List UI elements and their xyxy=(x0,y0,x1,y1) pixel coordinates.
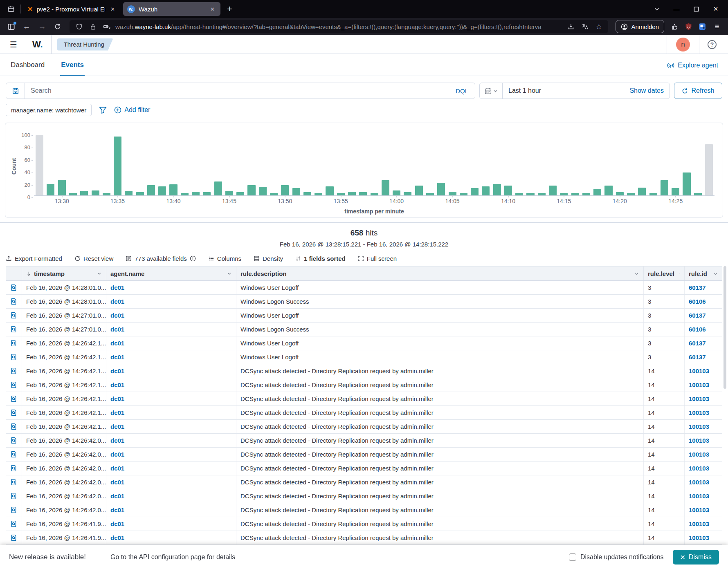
header-rule-level[interactable]: rule.level xyxy=(644,267,685,280)
histogram-bar[interactable] xyxy=(672,188,679,195)
histogram-bar[interactable] xyxy=(326,186,333,195)
histogram-bar[interactable] xyxy=(337,193,345,195)
histogram-bar[interactable] xyxy=(192,192,200,195)
url-text[interactable]: wazuh.wayne-lab.uk/app/threat-hunting#/o… xyxy=(115,23,562,30)
histogram-bar[interactable] xyxy=(661,180,668,195)
inspect-document-button[interactable] xyxy=(6,489,22,503)
cell-agent-link[interactable]: dc01 xyxy=(106,420,236,433)
date-picker[interactable]: Last 1 hour Show dates xyxy=(479,83,670,99)
histogram-bar[interactable] xyxy=(582,193,590,195)
header-timestamp[interactable]: timestamp xyxy=(22,267,106,280)
tab-events[interactable]: Events xyxy=(60,55,85,76)
histogram-bar[interactable] xyxy=(549,186,557,195)
url-bar[interactable]: wazuh.wayne-lab.uk/app/threat-hunting#/o… xyxy=(70,20,608,33)
cell-rule-id-link[interactable]: 100103 xyxy=(685,406,722,419)
cell-rule-id-link[interactable]: 100103 xyxy=(685,489,722,503)
histogram-bar[interactable] xyxy=(382,180,389,195)
histogram-bar[interactable] xyxy=(482,186,490,195)
cell-rule-id-link[interactable]: 60137 xyxy=(685,309,722,322)
cell-rule-id-link[interactable]: 60106 xyxy=(685,295,722,308)
reload-icon[interactable] xyxy=(51,20,65,33)
inspect-document-button[interactable] xyxy=(6,406,22,419)
histogram-bar[interactable] xyxy=(36,135,43,195)
histogram-bar[interactable] xyxy=(136,192,144,195)
histogram-bar[interactable] xyxy=(158,186,166,195)
api-configuration-link[interactable]: Go to the API configuration page for det… xyxy=(110,553,235,561)
histogram-bar[interactable] xyxy=(169,184,177,195)
histogram-bar[interactable] xyxy=(593,189,601,195)
tab-dashboard[interactable]: Dashboard xyxy=(10,55,45,76)
cell-agent-link[interactable]: dc01 xyxy=(106,448,236,461)
query-language-button[interactable]: DQL xyxy=(449,87,475,94)
filter-pill[interactable]: manager.name: watchtower xyxy=(6,104,92,116)
inspect-document-button[interactable] xyxy=(6,420,22,433)
histogram-bar[interactable] xyxy=(560,193,568,195)
menu-hamburger-icon[interactable]: ≡ xyxy=(710,20,724,33)
histogram-bar[interactable] xyxy=(270,193,278,195)
lock-icon[interactable] xyxy=(88,24,98,30)
histogram-bar[interactable] xyxy=(114,137,121,195)
cell-agent-link[interactable]: dc01 xyxy=(106,517,236,531)
cell-rule-id-link[interactable]: 100103 xyxy=(685,364,722,378)
ublock-icon[interactable] xyxy=(682,20,694,33)
password-manager-extension-icon[interactable] xyxy=(696,20,708,33)
cell-agent-link[interactable]: dc01 xyxy=(106,475,236,489)
cell-agent-link[interactable]: dc01 xyxy=(106,281,236,294)
cell-rule-id-link[interactable]: 100103 xyxy=(685,531,722,544)
inspect-document-button[interactable] xyxy=(6,309,22,322)
close-window-icon[interactable]: ✕ xyxy=(708,2,724,16)
save-page-icon[interactable] xyxy=(566,23,576,30)
histogram-bar[interactable] xyxy=(604,186,612,195)
tracking-protection-shield-icon[interactable] xyxy=(74,23,84,30)
reset-view-button[interactable]: Reset view xyxy=(74,255,113,262)
cell-rule-id-link[interactable]: 100103 xyxy=(685,475,722,489)
cell-agent-link[interactable]: dc01 xyxy=(106,392,236,405)
header-agent-name[interactable]: agent.name xyxy=(106,267,236,280)
cell-rule-id-link[interactable]: 60137 xyxy=(685,350,722,364)
translate-icon[interactable] xyxy=(580,23,590,30)
density-button[interactable]: Density xyxy=(254,255,283,262)
help-icon[interactable]: ? xyxy=(708,40,717,49)
cell-agent-link[interactable]: dc01 xyxy=(106,323,236,336)
wazuh-logo[interactable]: W. xyxy=(27,39,49,50)
histogram-bar[interactable] xyxy=(292,188,300,195)
cell-agent-link[interactable]: dc01 xyxy=(106,295,236,308)
inspect-document-button[interactable] xyxy=(6,323,22,336)
histogram-bar[interactable] xyxy=(426,193,434,195)
cell-rule-id-link[interactable]: 60106 xyxy=(685,323,722,336)
list-tabs-icon[interactable] xyxy=(649,2,665,16)
extension-icon[interactable] xyxy=(668,20,681,33)
histogram-bar[interactable] xyxy=(538,193,546,195)
app-menu-icon[interactable]: ☰ xyxy=(6,40,21,49)
full-screen-button[interactable]: Full screen xyxy=(358,255,397,262)
histogram-bar[interactable] xyxy=(103,193,110,195)
cell-agent-link[interactable]: dc01 xyxy=(106,309,236,322)
cell-agent-link[interactable]: dc01 xyxy=(106,503,236,517)
inspect-document-button[interactable] xyxy=(6,434,22,447)
account-button[interactable]: Anmelden xyxy=(616,20,664,33)
histogram-bar[interactable] xyxy=(526,193,534,195)
cell-agent-link[interactable]: dc01 xyxy=(106,406,236,419)
breadcrumb[interactable]: Threat Hunting xyxy=(57,38,113,51)
histogram-bar[interactable] xyxy=(683,172,690,195)
histogram-bar[interactable] xyxy=(125,191,133,195)
inspect-document-button[interactable] xyxy=(6,281,22,294)
histogram-bar[interactable] xyxy=(638,188,646,195)
histogram-bar[interactable] xyxy=(303,192,311,195)
avatar[interactable]: n xyxy=(676,38,690,52)
cell-rule-id-link[interactable]: 100103 xyxy=(685,392,722,405)
histogram-bar[interactable] xyxy=(504,186,512,195)
inspect-document-button[interactable] xyxy=(6,448,22,461)
inspect-document-button[interactable] xyxy=(6,392,22,405)
histogram-bar[interactable] xyxy=(649,193,657,195)
tab-proxmox[interactable]: ✕ pve2 - Proxmox Virtual Environm ✕ xyxy=(23,2,121,16)
histogram-bar[interactable] xyxy=(705,144,713,195)
back-icon[interactable]: ← xyxy=(20,20,34,33)
search-input[interactable] xyxy=(25,87,449,94)
histogram-bar[interactable] xyxy=(437,183,445,195)
histogram-bar[interactable] xyxy=(315,193,322,195)
export-formatted-button[interactable]: Export Formatted xyxy=(6,255,62,262)
available-fields-button[interactable]: 773 available fields xyxy=(126,255,196,262)
histogram-bar[interactable] xyxy=(47,184,54,195)
histogram-bar[interactable] xyxy=(92,190,99,195)
